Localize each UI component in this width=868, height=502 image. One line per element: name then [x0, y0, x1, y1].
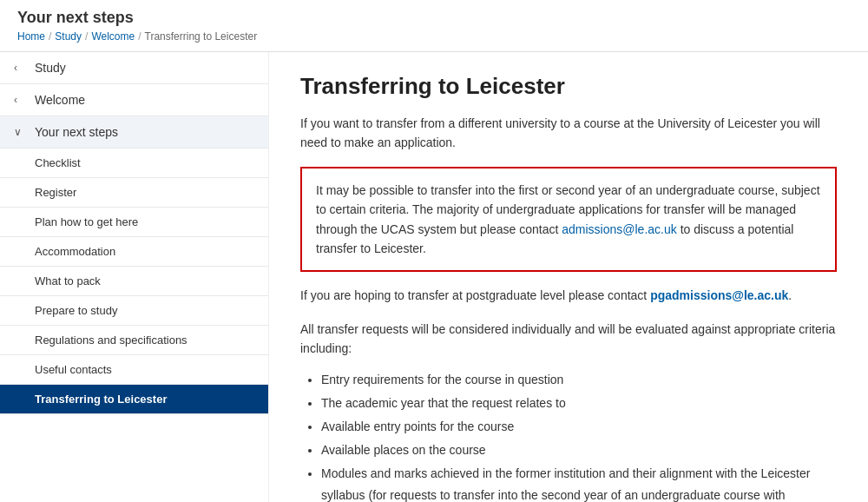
sidebar-sub-regulations[interactable]: Regulations and specifications — [0, 326, 268, 355]
highlight-box: It may be possible to transfer into the … — [300, 167, 837, 273]
breadcrumb-current: Transferring to Leicester — [145, 30, 258, 43]
sidebar-sub-what-to-pack[interactable]: What to pack — [0, 267, 268, 296]
sidebar-sub-transferring[interactable]: Transferring to Leicester — [0, 385, 268, 414]
sidebar-item-label: Your next steps — [35, 125, 118, 139]
sidebar-sub-label: Useful contacts — [35, 363, 112, 376]
sidebar-sub-prepare-to-study[interactable]: Prepare to study — [0, 296, 268, 326]
sidebar-sub-label: Checklist — [35, 156, 81, 169]
list-item: Modules and marks achieved in the former… — [321, 463, 837, 502]
sidebar-sub-plan[interactable]: Plan how to get here — [0, 208, 268, 237]
sidebar: ‹ Study ‹ Welcome ∨ Your next steps Chec… — [0, 52, 269, 502]
sidebar-sub-label: Transferring to Leicester — [35, 393, 167, 406]
sidebar-item-label: Study — [35, 61, 66, 75]
sidebar-sub-useful-contacts[interactable]: Useful contacts — [0, 355, 268, 385]
breadcrumb-sep-2: / — [85, 30, 88, 43]
criteria-list: Entry requirements for the course in que… — [300, 369, 837, 502]
pgadmissions-email-link[interactable]: pgadmissions@le.ac.uk — [650, 288, 788, 302]
chevron-left-icon-2: ‹ — [14, 94, 28, 106]
list-item: The academic year that the request relat… — [321, 393, 837, 414]
breadcrumb: Home / Study / Welcome / Transferring to… — [17, 30, 851, 43]
chevron-down-icon: ∨ — [14, 126, 28, 138]
main-content: Transferring to Leicester If you want to… — [269, 52, 868, 502]
sidebar-sub-label: Register — [35, 186, 76, 199]
list-item: Available places on the course — [321, 439, 837, 461]
list-item: Available entry points for the course — [321, 416, 837, 438]
breadcrumb-home[interactable]: Home — [17, 30, 45, 43]
sidebar-sub-register[interactable]: Register — [0, 178, 268, 208]
header: Your next steps Home / Study / Welcome /… — [0, 0, 868, 52]
breadcrumb-sep-3: / — [138, 30, 141, 43]
layout: ‹ Study ‹ Welcome ∨ Your next steps Chec… — [0, 52, 868, 502]
page-heading: Your next steps — [17, 9, 851, 27]
sidebar-sub-label: What to pack — [35, 274, 101, 287]
sidebar-sub-label: Regulations and specifications — [35, 334, 187, 347]
sidebar-sub-label: Prepare to study — [35, 304, 117, 317]
sidebar-sub-label: Plan how to get here — [35, 215, 138, 228]
sidebar-sub-label: Accommodation — [35, 245, 115, 258]
admissions-email-link[interactable]: admissions@le.ac.uk — [562, 222, 677, 236]
breadcrumb-welcome[interactable]: Welcome — [91, 30, 135, 43]
sidebar-item-welcome[interactable]: ‹ Welcome — [0, 84, 268, 116]
postgrad-text-before: If you are hoping to transfer at postgra… — [300, 288, 650, 302]
list-item: Entry requirements for the course in que… — [321, 369, 837, 391]
breadcrumb-sep-1: / — [49, 30, 51, 43]
sidebar-sub-checklist[interactable]: Checklist — [0, 149, 268, 178]
sidebar-item-your-next-steps[interactable]: ∨ Your next steps — [0, 116, 268, 149]
sidebar-item-label: Welcome — [35, 93, 85, 107]
sidebar-item-study[interactable]: ‹ Study — [0, 52, 268, 84]
chevron-left-icon: ‹ — [14, 62, 28, 74]
breadcrumb-study[interactable]: Study — [55, 30, 82, 43]
criteria-intro: All transfer requests will be considered… — [300, 320, 837, 359]
postgrad-paragraph: If you are hoping to transfer at postgra… — [300, 286, 837, 305]
page-title: Transferring to Leicester — [300, 73, 837, 100]
postgrad-text-after: . — [788, 288, 792, 302]
sidebar-sub-accommodation[interactable]: Accommodation — [0, 237, 268, 267]
intro-paragraph: If you want to transfer from a different… — [300, 114, 837, 153]
